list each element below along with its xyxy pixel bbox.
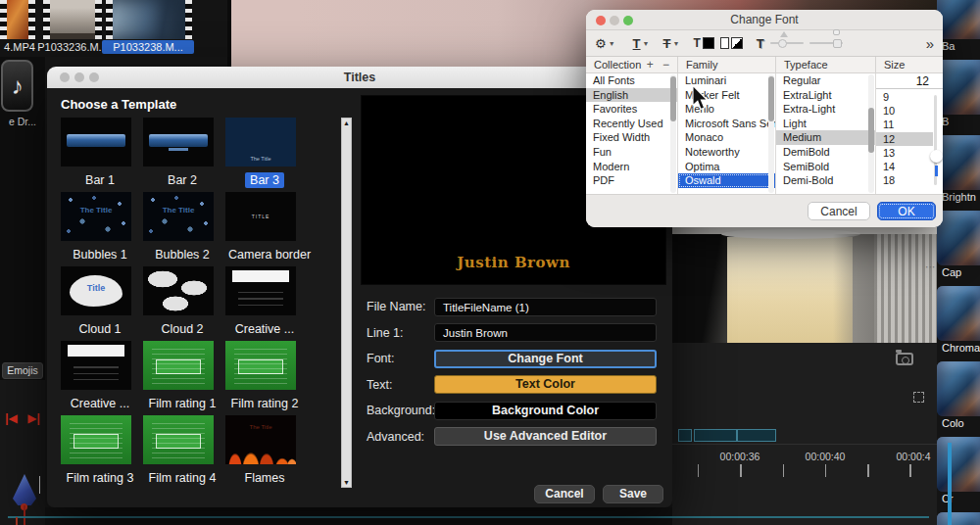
template-scrollbar[interactable]: ▲ ▼ <box>341 118 352 488</box>
family-item[interactable]: Noteworthy <box>678 145 775 160</box>
media-thumbnail[interactable] <box>43 0 102 39</box>
form-control[interactable]: TitleFileName (1) <box>434 298 657 316</box>
typeface-item[interactable]: ExtraLight <box>776 88 875 103</box>
template-item[interactable]: TITLE Camera border <box>223 192 306 266</box>
size-item[interactable]: 13 <box>876 146 933 160</box>
typeface-item[interactable]: Regular <box>776 73 875 88</box>
close-icon[interactable] <box>60 72 70 82</box>
form-control[interactable]: Use Advanced Editor <box>434 427 657 446</box>
form-control[interactable]: Text Color <box>434 375 657 394</box>
effect-item[interactable] <box>937 512 980 525</box>
size-value-field[interactable]: 12 <box>876 73 943 89</box>
zoom-icon[interactable] <box>623 16 633 25</box>
template-item[interactable]: Film rating 3 <box>59 415 141 490</box>
collection-item[interactable]: Favorites <box>586 102 677 117</box>
font-dialog-titlebar[interactable]: Change Font <box>586 10 943 30</box>
family-item[interactable]: Oswald <box>678 173 775 188</box>
template-item[interactable]: Title Cloud 1 <box>59 266 141 341</box>
add-remove-collection-buttons[interactable]: + − <box>647 57 672 73</box>
minimize-icon[interactable] <box>74 72 84 82</box>
effect-item[interactable]: B <box>937 60 980 135</box>
size-item[interactable]: 14 <box>876 160 933 173</box>
size-item[interactable]: 12 <box>876 132 933 146</box>
ok-button[interactable]: OK <box>877 202 936 220</box>
typeface-item[interactable]: Light <box>776 117 875 131</box>
collection-item[interactable]: PDF <box>586 173 677 188</box>
timeline-clip[interactable] <box>694 429 737 442</box>
collection-scrollbar[interactable] <box>670 74 676 193</box>
effect-item[interactable]: Ba <box>937 0 980 60</box>
template-item[interactable]: Creative ... <box>223 266 306 341</box>
media-thumbnail[interactable] <box>0 0 35 39</box>
skip-back-emoji-icon[interactable]: |◀ <box>5 411 18 425</box>
text-shadow-icon[interactable]: T <box>757 36 764 51</box>
tab-emojis[interactable]: Emojis <box>2 362 43 379</box>
media-file-label[interactable]: P1033236.M... <box>35 40 110 54</box>
more-toolbar-icon[interactable]: » <box>926 35 934 52</box>
template-item[interactable]: The Title Bubbles 1 <box>59 192 141 266</box>
template-item[interactable]: Bar 2 <box>141 118 223 192</box>
timeline-clip[interactable] <box>678 429 692 442</box>
underline-menu-icon[interactable]: T▼ <box>633 36 650 51</box>
zoom-icon[interactable] <box>89 72 99 82</box>
media-thumbnail[interactable] <box>106 0 192 39</box>
collection-item[interactable]: Recently Used <box>586 117 677 131</box>
cancel-button[interactable]: Cancel <box>534 485 595 503</box>
collection-item[interactable]: All Fonts <box>586 73 677 88</box>
timeline-clip[interactable] <box>737 429 776 442</box>
size-item[interactable]: 18 <box>876 173 933 187</box>
template-item[interactable]: The Title Bubbles 2 <box>141 192 223 266</box>
collection-item[interactable]: Fun <box>586 145 677 160</box>
titles-dialog-titlebar[interactable]: Titles <box>47 67 672 88</box>
template-item[interactable]: Film rating 2 <box>223 341 306 415</box>
size-item[interactable]: 10 <box>876 104 933 118</box>
size-slider-knob[interactable] <box>930 150 943 163</box>
timeline-ruler[interactable]: 00:00:36 00:00:40 00:00:4 <box>672 444 937 487</box>
form-control[interactable]: Justin Brown <box>434 323 657 342</box>
template-item[interactable]: Bar 1 <box>59 118 141 192</box>
template-item[interactable]: The Title Bar 3 <box>223 118 306 192</box>
scroll-up-icon[interactable]: ▲ <box>342 119 351 126</box>
cancel-button[interactable]: Cancel <box>808 202 870 220</box>
timeline-playhead[interactable] <box>948 443 952 525</box>
music-note-icon[interactable]: ♪ <box>1 60 33 112</box>
panel-splitter-handle[interactable]: ⋮ <box>928 262 932 272</box>
typeface-item[interactable]: Medium <box>776 130 875 145</box>
effect-item[interactable]: Chroma <box>937 286 980 361</box>
text-color-icon[interactable]: T <box>693 36 713 50</box>
snapshot-camera-icon[interactable] <box>896 353 913 365</box>
skip-forward-emoji-icon[interactable]: ▶| <box>27 411 40 425</box>
effect-item[interactable]: Cap <box>937 211 980 286</box>
form-control[interactable]: Change Font <box>434 350 657 368</box>
typeface-item[interactable]: SemiBold <box>776 160 875 174</box>
typeface-item[interactable]: Demi-Bold <box>776 173 875 188</box>
media-file-label-selected[interactable]: P1033238.M... <box>102 40 194 54</box>
template-item[interactable]: The Title Flames <box>223 415 306 490</box>
scroll-down-icon[interactable]: ▼ <box>342 479 351 486</box>
resize-icon[interactable] <box>913 392 924 403</box>
strikethrough-menu-icon[interactable]: T▼ <box>662 36 679 51</box>
template-item[interactable]: Film rating 4 <box>141 415 223 490</box>
family-scrollbar[interactable] <box>768 74 774 193</box>
form-control[interactable]: Background Color <box>434 402 657 420</box>
typeface-item[interactable]: DemiBold <box>776 145 875 160</box>
size-item[interactable]: 9 <box>876 90 933 104</box>
family-item[interactable]: Monaco <box>678 130 775 145</box>
typeface-scrollbar[interactable] <box>868 74 874 193</box>
family-item[interactable]: Microsoft Sans Serif <box>678 117 775 131</box>
document-color-icon[interactable] <box>720 37 743 49</box>
shadow-opacity-slider[interactable] <box>770 42 804 44</box>
shadow-radius-slider[interactable] <box>809 42 843 44</box>
effect-item[interactable]: Cr <box>937 437 980 512</box>
minimize-icon[interactable] <box>610 16 619 25</box>
collection-item[interactable]: Fixed Width <box>586 130 677 145</box>
template-item[interactable]: Cloud 2 <box>141 266 223 341</box>
collection-item[interactable]: English <box>586 88 677 103</box>
effect-item[interactable]: Brightn <box>937 135 980 211</box>
close-icon[interactable] <box>596 16 606 25</box>
size-item[interactable]: 11 <box>876 118 933 131</box>
template-item[interactable]: Creative ... <box>59 341 141 415</box>
collection-item[interactable]: Modern <box>586 160 677 174</box>
template-item[interactable]: Film rating 1 <box>141 341 223 415</box>
gear-menu-icon[interactable]: ⚙▼ <box>595 36 615 51</box>
